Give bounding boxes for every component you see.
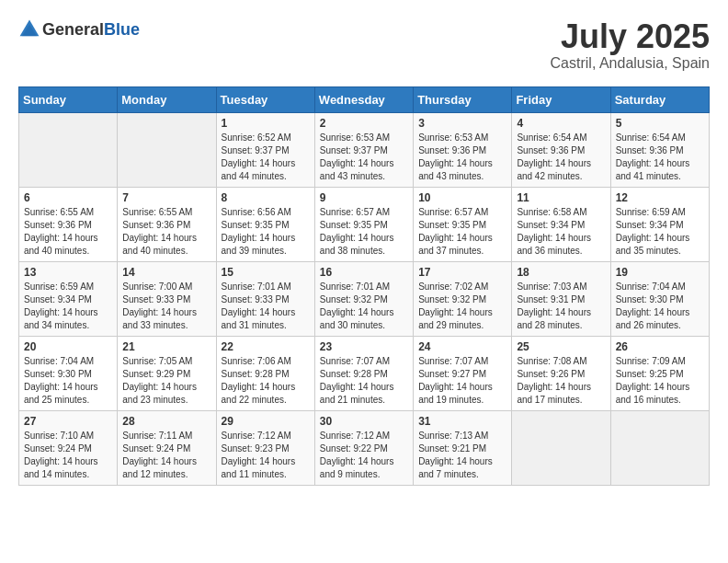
- day-number: 25: [517, 340, 605, 353]
- day-detail: Sunrise: 6:59 AMSunset: 9:34 PMDaylight:…: [616, 206, 704, 258]
- calendar-day-cell: [610, 410, 709, 485]
- day-number: 31: [418, 415, 506, 428]
- day-detail: Sunrise: 6:58 AMSunset: 9:34 PMDaylight:…: [517, 206, 605, 258]
- calendar-day-cell: 24Sunrise: 7:07 AMSunset: 9:27 PMDayligh…: [414, 336, 512, 410]
- day-detail: Sunrise: 7:09 AMSunset: 9:25 PMDaylight:…: [616, 355, 704, 407]
- day-number: 20: [24, 340, 112, 353]
- calendar-week-row: 13Sunrise: 6:59 AMSunset: 9:34 PMDayligh…: [19, 261, 710, 336]
- title-block: July 2025 Castril, Andalusia, Spain: [551, 18, 710, 72]
- day-detail: Sunrise: 6:57 AMSunset: 9:35 PMDaylight:…: [418, 206, 506, 258]
- day-number: 24: [418, 340, 506, 353]
- page-header: GeneralBlue July 2025 Castril, Andalusia…: [18, 18, 710, 72]
- logo: GeneralBlue: [18, 18, 140, 40]
- day-number: 4: [517, 117, 605, 130]
- day-detail: Sunrise: 7:08 AMSunset: 9:26 PMDaylight:…: [517, 355, 605, 407]
- day-detail: Sunrise: 7:01 AMSunset: 9:33 PMDaylight:…: [222, 281, 310, 332]
- weekday-header-tuesday: Tuesday: [216, 86, 314, 112]
- day-detail: Sunrise: 6:55 AMSunset: 9:36 PMDaylight:…: [122, 206, 210, 258]
- calendar-day-cell: 22Sunrise: 7:06 AMSunset: 9:28 PMDayligh…: [216, 336, 314, 410]
- day-detail: Sunrise: 7:04 AMSunset: 9:30 PMDaylight:…: [616, 281, 704, 332]
- calendar-day-cell: 14Sunrise: 7:00 AMSunset: 9:33 PMDayligh…: [118, 261, 216, 336]
- weekday-header-sunday: Sunday: [19, 86, 118, 112]
- day-detail: Sunrise: 7:07 AMSunset: 9:28 PMDaylight:…: [320, 355, 408, 407]
- calendar-day-cell: 10Sunrise: 6:57 AMSunset: 9:35 PMDayligh…: [414, 187, 512, 261]
- day-detail: Sunrise: 7:12 AMSunset: 9:23 PMDaylight:…: [222, 430, 310, 481]
- calendar-day-cell: [118, 112, 216, 187]
- calendar-day-cell: 13Sunrise: 6:59 AMSunset: 9:34 PMDayligh…: [19, 261, 118, 336]
- calendar-day-cell: 5Sunrise: 6:54 AMSunset: 9:36 PMDaylight…: [610, 112, 709, 187]
- day-number: 13: [24, 266, 112, 279]
- day-number: 23: [320, 340, 408, 353]
- calendar-day-cell: 9Sunrise: 6:57 AMSunset: 9:35 PMDaylight…: [314, 187, 413, 261]
- calendar-day-cell: [19, 112, 118, 187]
- day-detail: Sunrise: 6:55 AMSunset: 9:36 PMDaylight:…: [24, 206, 112, 258]
- day-number: 18: [517, 266, 605, 279]
- day-number: 9: [320, 191, 408, 204]
- day-number: 21: [122, 340, 210, 353]
- calendar-day-cell: 28Sunrise: 7:11 AMSunset: 9:24 PMDayligh…: [118, 410, 216, 485]
- day-number: 8: [222, 191, 310, 204]
- day-detail: Sunrise: 6:53 AMSunset: 9:36 PMDaylight:…: [418, 132, 506, 183]
- weekday-header-monday: Monday: [118, 86, 216, 112]
- day-number: 12: [616, 191, 704, 204]
- day-number: 22: [222, 340, 310, 353]
- calendar-day-cell: 16Sunrise: 7:01 AMSunset: 9:32 PMDayligh…: [314, 261, 413, 336]
- day-detail: Sunrise: 7:05 AMSunset: 9:29 PMDaylight:…: [122, 355, 210, 407]
- day-detail: Sunrise: 7:13 AMSunset: 9:21 PMDaylight:…: [418, 430, 506, 481]
- calendar-day-cell: 26Sunrise: 7:09 AMSunset: 9:25 PMDayligh…: [610, 336, 709, 410]
- logo-text-general: General: [42, 20, 104, 39]
- day-number: 29: [222, 415, 310, 428]
- day-detail: Sunrise: 7:10 AMSunset: 9:24 PMDaylight:…: [24, 430, 112, 481]
- day-detail: Sunrise: 7:03 AMSunset: 9:31 PMDaylight:…: [517, 281, 605, 332]
- calendar-day-cell: 11Sunrise: 6:58 AMSunset: 9:34 PMDayligh…: [512, 187, 610, 261]
- day-detail: Sunrise: 6:52 AMSunset: 9:37 PMDaylight:…: [222, 132, 310, 183]
- calendar-day-cell: [512, 410, 610, 485]
- location-title: Castril, Andalusia, Spain: [551, 55, 710, 72]
- day-number: 5: [616, 117, 704, 130]
- day-number: 6: [24, 191, 112, 204]
- day-detail: Sunrise: 6:59 AMSunset: 9:34 PMDaylight:…: [24, 281, 112, 332]
- calendar-day-cell: 2Sunrise: 6:53 AMSunset: 9:37 PMDaylight…: [314, 112, 413, 187]
- weekday-header-saturday: Saturday: [610, 86, 709, 112]
- day-detail: Sunrise: 6:54 AMSunset: 9:36 PMDaylight:…: [616, 132, 704, 183]
- month-title: July 2025: [551, 18, 710, 55]
- day-detail: Sunrise: 7:01 AMSunset: 9:32 PMDaylight:…: [320, 281, 408, 332]
- calendar-day-cell: 27Sunrise: 7:10 AMSunset: 9:24 PMDayligh…: [19, 410, 118, 485]
- day-number: 19: [616, 266, 704, 279]
- day-detail: Sunrise: 7:04 AMSunset: 9:30 PMDaylight:…: [24, 355, 112, 407]
- calendar-week-row: 27Sunrise: 7:10 AMSunset: 9:24 PMDayligh…: [19, 410, 710, 485]
- calendar-day-cell: 18Sunrise: 7:03 AMSunset: 9:31 PMDayligh…: [512, 261, 610, 336]
- day-number: 16: [320, 266, 408, 279]
- calendar-day-cell: 29Sunrise: 7:12 AMSunset: 9:23 PMDayligh…: [216, 410, 314, 485]
- calendar-day-cell: 30Sunrise: 7:12 AMSunset: 9:22 PMDayligh…: [314, 410, 413, 485]
- day-number: 10: [418, 191, 506, 204]
- calendar-week-row: 6Sunrise: 6:55 AMSunset: 9:36 PMDaylight…: [19, 187, 710, 261]
- day-detail: Sunrise: 7:06 AMSunset: 9:28 PMDaylight:…: [222, 355, 310, 407]
- calendar-day-cell: 25Sunrise: 7:08 AMSunset: 9:26 PMDayligh…: [512, 336, 610, 410]
- calendar-day-cell: 21Sunrise: 7:05 AMSunset: 9:29 PMDayligh…: [118, 336, 216, 410]
- day-detail: Sunrise: 6:57 AMSunset: 9:35 PMDaylight:…: [320, 206, 408, 258]
- day-detail: Sunrise: 6:53 AMSunset: 9:37 PMDaylight:…: [320, 132, 408, 183]
- day-detail: Sunrise: 6:54 AMSunset: 9:36 PMDaylight:…: [517, 132, 605, 183]
- day-detail: Sunrise: 7:02 AMSunset: 9:32 PMDaylight:…: [418, 281, 506, 332]
- day-number: 17: [418, 266, 506, 279]
- calendar-day-cell: 6Sunrise: 6:55 AMSunset: 9:36 PMDaylight…: [19, 187, 118, 261]
- calendar-day-cell: 19Sunrise: 7:04 AMSunset: 9:30 PMDayligh…: [610, 261, 709, 336]
- calendar-day-cell: 20Sunrise: 7:04 AMSunset: 9:30 PMDayligh…: [19, 336, 118, 410]
- day-number: 14: [122, 266, 210, 279]
- logo-icon: [18, 18, 40, 40]
- weekday-header-friday: Friday: [512, 86, 610, 112]
- calendar-day-cell: 31Sunrise: 7:13 AMSunset: 9:21 PMDayligh…: [414, 410, 512, 485]
- day-detail: Sunrise: 7:07 AMSunset: 9:27 PMDaylight:…: [418, 355, 506, 407]
- day-number: 3: [418, 117, 506, 130]
- day-number: 11: [517, 191, 605, 204]
- day-number: 26: [616, 340, 704, 353]
- day-number: 15: [222, 266, 310, 279]
- weekday-header-thursday: Thursday: [414, 86, 512, 112]
- day-detail: Sunrise: 7:00 AMSunset: 9:33 PMDaylight:…: [122, 281, 210, 332]
- calendar-day-cell: 17Sunrise: 7:02 AMSunset: 9:32 PMDayligh…: [414, 261, 512, 336]
- weekday-header-wednesday: Wednesday: [314, 86, 413, 112]
- calendar-day-cell: 12Sunrise: 6:59 AMSunset: 9:34 PMDayligh…: [610, 187, 709, 261]
- calendar-day-cell: 8Sunrise: 6:56 AMSunset: 9:35 PMDaylight…: [216, 187, 314, 261]
- day-detail: Sunrise: 7:12 AMSunset: 9:22 PMDaylight:…: [320, 430, 408, 481]
